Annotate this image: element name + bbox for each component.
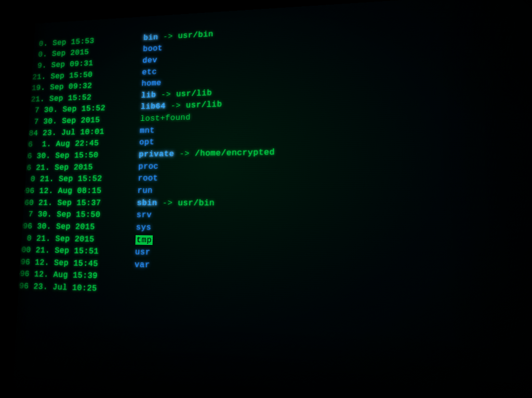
dir-name: mnt [140,126,155,135]
date-row: 16 21. Sep 2015 [17,161,134,174]
dir-name: lib [141,90,156,100]
dir-name: dev [142,56,157,65]
dir-row-root: root [138,171,344,185]
dir-name: usr [135,248,151,257]
arrow-icon: -> [161,90,177,100]
dir-name: run [137,186,153,195]
dir-name: sys [136,223,151,232]
terminal-screen: 0. Sep 15:53 0. Sep 2015 9. Sep 09:31 21… [12,0,532,398]
dir-name: lost+found [140,113,191,123]
date-row: 0 21. Sep 15:52 [16,173,133,185]
dir-name: tmp [135,235,153,245]
dir-name: etc [142,67,157,76]
arrow-icon: -> [179,149,195,159]
arrow-icon: -> [170,101,186,111]
dir-name: var [135,260,150,270]
dir-name: bin [143,33,158,43]
dir-name: home [141,78,162,88]
link-target: usr/lib [176,88,212,99]
date-row: 896 30. Sep 15:50 [18,149,134,162]
terminal-content: 0. Sep 15:53 0. Sep 2015 9. Sep 09:31 21… [12,0,532,398]
link-target: usr/bin [178,198,215,208]
arrow-icon: -> [162,198,178,208]
dir-row-sbin: sbin -> usr/bin [137,197,344,210]
dir-row-proc: proc [138,158,344,173]
dir-name: srv [136,210,152,219]
dir-name: sbin [137,198,157,208]
arrow-icon: -> [163,32,178,42]
date-row: 560 21. Sep 15:37 [15,197,132,209]
link-target: /home/encrypted [195,147,275,158]
dir-name: boot [143,44,163,53]
link-target: usr/bin [178,30,214,40]
dir-name: private [139,149,175,159]
dir-row-run: run [137,184,344,197]
dirs-column: bin -> usr/bin boot dev etc home lib -> … [124,4,345,398]
date-row: 7 30. Sep 15:50 [14,209,132,221]
dates-column: 0. Sep 15:53 0. Sep 2015 9. Sep 09:31 21… [12,17,140,398]
date-row: 4096 12. Aug 08:15 [16,185,133,197]
date-row: 4096 30. Sep 2015 [14,221,131,234]
dir-name: root [138,174,158,183]
dir-row-srv: srv [136,209,344,223]
dir-name: opt [139,138,155,147]
dir-name: lib64 [140,102,166,112]
link-target: usr/lib [186,100,222,110]
dir-name: proc [138,161,158,171]
